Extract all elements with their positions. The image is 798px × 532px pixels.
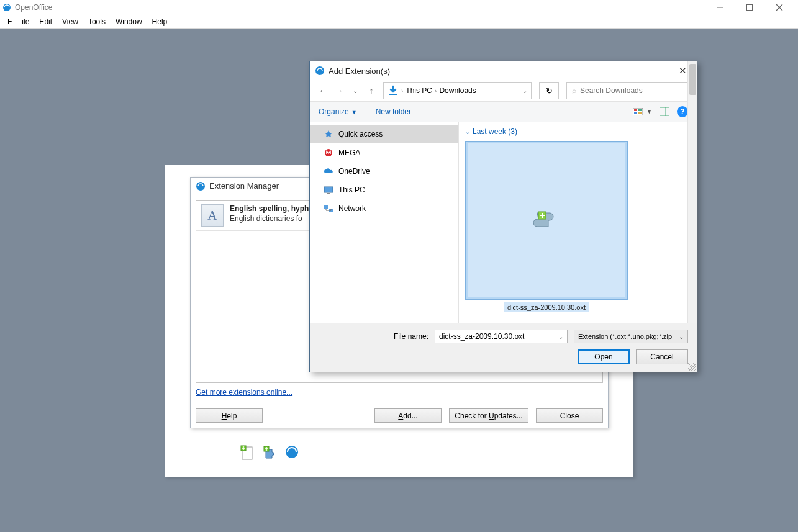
get-more-extensions-link[interactable]: Get more extensions online... — [196, 388, 603, 397]
check-updates-button[interactable]: Check for Updates... — [449, 408, 528, 423]
svg-rect-18 — [638, 109, 642, 111]
new-folder-button[interactable]: New folder — [376, 107, 411, 116]
menu-view[interactable]: View — [57, 16, 83, 27]
file-dialog-titlebar: Add Extension(s) ✕ — [310, 61, 697, 80]
add-button[interactable]: Add... — [374, 408, 442, 423]
refresh-button[interactable]: ↻ — [539, 82, 559, 99]
breadcrumb-seg-thispc[interactable]: This PC — [406, 86, 432, 95]
chevron-down-icon: ⌄ — [465, 128, 470, 135]
search-icon: ⌕ — [572, 86, 576, 95]
svg-rect-20 — [638, 112, 642, 114]
close-icon[interactable] — [768, 4, 791, 11]
preview-pane-icon[interactable] — [660, 107, 669, 116]
svg-rect-17 — [634, 109, 637, 111]
file-dialog-content[interactable]: ⌄ Last week (3) dict-ss_za-2009.10.30.ox… — [459, 122, 697, 323]
search-input-container: ⌕ — [566, 82, 691, 99]
app-icon — [2, 3, 11, 12]
svg-rect-24 — [324, 187, 333, 192]
extension-manager-title: Extension Manager — [209, 181, 279, 191]
app-menubar: File Edit View Tools Window Help — [0, 15, 798, 29]
app-titlebar: OpenOffice — [0, 0, 798, 15]
app-window: OpenOffice File Edit View Tools Window H… — [0, 0, 798, 29]
extension-item-desc: English dictionaries fo — [230, 214, 309, 223]
help-button[interactable]: Help — [196, 408, 263, 423]
breadcrumb-dropdown-icon[interactable]: ⌄ — [522, 88, 527, 94]
svg-rect-19 — [634, 112, 637, 114]
close-button[interactable]: Close — [536, 408, 603, 423]
start-center-icons — [240, 444, 299, 459]
file-type-combo[interactable]: Extension (*.oxt;*.uno.pkg;*.zip ⌄ — [574, 330, 688, 343]
sidebar-item-thispc[interactable]: This PC — [310, 181, 458, 199]
file-name-combo[interactable]: dict-ss_za-2009.10.30.oxt ⌄ — [435, 330, 568, 343]
breadcrumb-sep-icon: › — [435, 88, 437, 94]
app-title: OpenOffice — [15, 3, 52, 12]
extension-item-icon: A — [201, 204, 224, 227]
search-input[interactable] — [580, 86, 685, 95]
nav-up-icon[interactable]: ↑ — [365, 83, 378, 98]
svg-rect-16 — [633, 108, 643, 115]
file-dialog-icon — [315, 66, 325, 76]
file-open-dialog: Add Extension(s) ✕ ← → ⌄ ↑ › This PC › D… — [309, 61, 697, 372]
file-item[interactable]: dict-ss_za-2009.10.30.oxt — [465, 141, 628, 312]
nav-back-icon[interactable]: ← — [316, 83, 330, 98]
breadcrumb-seg-downloads[interactable]: Downloads — [439, 86, 476, 95]
window-controls — [709, 4, 796, 11]
breadcrumb[interactable]: › This PC › Downloads ⌄ — [383, 82, 532, 99]
svg-rect-21 — [660, 107, 669, 116]
open-button[interactable]: Open — [578, 349, 630, 364]
file-type-value: Extension (*.oxt;*.uno.pkg;*.zip — [578, 333, 672, 340]
svg-rect-25 — [327, 193, 330, 194]
sidebar-item-label: Quick access — [338, 130, 383, 138]
network-icon — [324, 204, 333, 214]
chevron-down-icon[interactable]: ⌄ — [558, 333, 563, 340]
file-name-label: dict-ss_za-2009.10.30.oxt — [504, 302, 589, 312]
help-icon[interactable]: ? — [677, 106, 688, 117]
file-dialog-title: Add Extension(s) — [329, 66, 390, 76]
chevron-down-icon[interactable]: ⌄ — [679, 333, 684, 340]
file-group-header[interactable]: ⌄ Last week (3) — [465, 127, 691, 136]
sidebar-item-quick-access[interactable]: Quick access — [310, 125, 458, 143]
nav-forward-icon[interactable]: → — [332, 83, 346, 98]
file-dialog-sidebar: Quick access MEGA OneDrive This PC Netwo… — [310, 122, 459, 323]
menu-tools[interactable]: Tools — [83, 16, 111, 27]
file-dialog-navbar: ← → ⌄ ↑ › This PC › Downloads ⌄ ↻ ⌕ — [310, 80, 697, 101]
breadcrumb-sep-icon: › — [401, 88, 403, 94]
view-mode-button[interactable]: ▼ — [633, 108, 652, 115]
onedrive-icon — [324, 166, 333, 176]
cancel-button[interactable]: Cancel — [636, 349, 688, 364]
puzzle-add-icon[interactable] — [262, 444, 277, 459]
maximize-icon[interactable] — [738, 4, 761, 11]
minimize-icon[interactable] — [709, 4, 731, 11]
doc-add-icon[interactable] — [240, 444, 255, 459]
menu-file[interactable]: File — [2, 16, 34, 27]
openoffice-logo-icon[interactable] — [284, 444, 299, 459]
menu-help[interactable]: Help — [147, 16, 173, 27]
file-dialog-footer: File name: dict-ss_za-2009.10.30.oxt ⌄ E… — [310, 323, 697, 372]
menu-edit[interactable]: Edit — [34, 16, 57, 27]
resize-grip-icon[interactable] — [688, 363, 696, 371]
scrollbar[interactable] — [687, 122, 697, 323]
sidebar-item-label: This PC — [338, 186, 365, 194]
menu-window[interactable]: Window — [111, 16, 147, 27]
sidebar-item-network[interactable]: Network — [310, 199, 458, 218]
sidebar-item-label: OneDrive — [338, 167, 370, 176]
extension-item-title: English spelling, hyph — [230, 204, 309, 213]
quick-access-icon — [324, 129, 333, 139]
file-thumbnail — [465, 141, 628, 300]
file-name-field-label: File name: — [394, 332, 428, 341]
svg-rect-26 — [324, 205, 328, 209]
svg-point-5 — [196, 182, 205, 191]
thispc-icon — [324, 185, 333, 195]
downloads-folder-icon — [388, 85, 399, 96]
nav-recent-dropdown-icon[interactable]: ⌄ — [348, 83, 362, 98]
file-name-value: dict-ss_za-2009.10.30.oxt — [439, 332, 524, 341]
sidebar-item-label: MEGA — [338, 148, 360, 157]
organize-menu[interactable]: Organize▼ — [319, 107, 357, 116]
svg-rect-2 — [747, 5, 753, 11]
svg-point-14 — [315, 66, 324, 75]
file-group-label: Last week (3) — [473, 127, 517, 136]
mega-icon — [324, 148, 333, 158]
sidebar-item-mega[interactable]: MEGA — [310, 143, 458, 162]
sidebar-item-onedrive[interactable]: OneDrive — [310, 162, 458, 181]
file-dialog-toolbar: Organize▼ New folder ▼ ? — [310, 101, 697, 122]
